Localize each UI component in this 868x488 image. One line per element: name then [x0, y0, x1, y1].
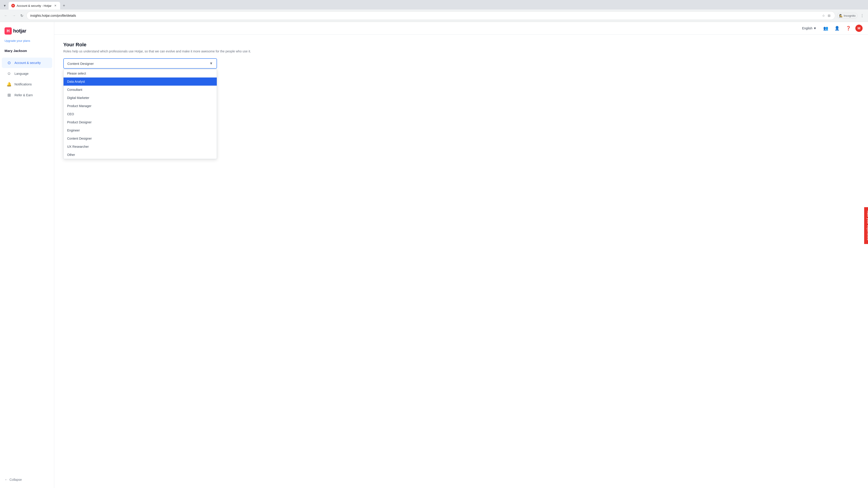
sidebar-item-label-language: Language: [14, 72, 29, 75]
main-area: English ▼ 👥 👤 ❓ M You: [54, 22, 868, 488]
hotjar-wordmark: hotjar: [13, 28, 26, 34]
language-chevron-icon: ▼: [813, 26, 816, 30]
dropdown-item-ceo[interactable]: CEO: [64, 110, 217, 118]
dropdown-item-product-manager[interactable]: Product Manager: [64, 102, 217, 110]
sidebar-nav: ⊙ Account & security ☺ Language 🔔 Notifi…: [0, 57, 54, 473]
dropdown-item-ux-researcher[interactable]: UX Researcher: [64, 142, 217, 151]
sidebar-username: Mary Jackson: [4, 49, 27, 53]
user-profile-button[interactable]: 👤: [833, 24, 841, 33]
user-avatar[interactable]: M: [855, 25, 863, 32]
incognito-icon: 🕵: [839, 14, 843, 18]
browser-menu-button[interactable]: ⋮: [859, 12, 865, 19]
language-selector[interactable]: English ▼: [800, 25, 819, 31]
dropdown-item-content-designer[interactable]: Content Designer: [64, 134, 217, 142]
reload-button[interactable]: ↻: [19, 12, 25, 19]
incognito-label: Incognito: [844, 14, 856, 18]
tab-title: Account & security - Hotjar: [17, 4, 52, 7]
app-container: H hotjar Upgrade your plans Mary Jackson…: [0, 22, 868, 488]
role-section-title: Your Role: [63, 42, 859, 48]
tab-favicon: H: [11, 4, 15, 7]
dropdown-item-engineer[interactable]: Engineer: [64, 126, 217, 134]
role-section-description: Roles help us understand which professio…: [63, 49, 859, 54]
role-select-value: Content Designer: [67, 62, 94, 66]
new-tab-button[interactable]: +: [61, 2, 67, 9]
hotjar-icon: H: [4, 27, 12, 35]
sidebar-item-language[interactable]: ☺ Language: [2, 68, 52, 78]
collapse-label: Collapse: [9, 478, 22, 482]
hotjar-logo: H hotjar: [4, 27, 26, 35]
tab-switcher[interactable]: ▼: [2, 3, 8, 8]
dropdown-item-consultant[interactable]: Consultant: [64, 86, 217, 94]
sidebar-item-account-security[interactable]: ⊙ Account & security: [2, 58, 52, 68]
dropdown-item-product-designer[interactable]: Product Designer: [64, 118, 217, 126]
dropdown-item-data-analyst[interactable]: Data Analyst: [64, 77, 217, 86]
help-icon: ❓: [846, 26, 851, 31]
incognito-button[interactable]: 🕵 Incognito: [837, 13, 858, 19]
notifications-icon: 🔔: [6, 82, 12, 87]
split-screen-button[interactable]: ⊟: [827, 13, 831, 18]
sidebar-user: Mary Jackson: [0, 46, 54, 57]
sidebar-item-label-account-security: Account & security: [14, 61, 41, 65]
help-button[interactable]: ❓: [844, 24, 852, 33]
topbar: English ▼ 👥 👤 ❓ M: [54, 22, 868, 35]
browser-chrome: ▼ H Account & security - Hotjar ✕ + ← → …: [0, 0, 868, 22]
topbar-actions: English ▼ 👥 👤 ❓ M: [800, 24, 863, 33]
url-actions: ☆ ⊟: [821, 13, 831, 18]
collapse-icon: ←: [4, 478, 8, 482]
bookmark-button[interactable]: ☆: [821, 13, 826, 18]
url-bar[interactable]: insights.hotjar.com/profile/details ☆ ⊟: [26, 11, 835, 20]
forward-button[interactable]: →: [11, 12, 17, 19]
address-bar: ← → ↻ insights.hotjar.com/profile/detail…: [0, 9, 868, 22]
sidebar-logo: H hotjar: [0, 26, 54, 39]
sidebar-bottom: ← Collapse: [0, 473, 54, 486]
sidebar-item-label-refer-earn: Refer & Earn: [14, 93, 33, 97]
dropdown-item-digital-marketer[interactable]: Digital Marketer: [64, 94, 217, 102]
browser-actions: 🕵 Incognito ⋮: [837, 12, 865, 19]
new-users-icon: 👥: [823, 26, 828, 31]
dropdown-item-please-select[interactable]: Please select: [64, 69, 217, 77]
sidebar: H hotjar Upgrade your plans Mary Jackson…: [0, 22, 54, 488]
role-select[interactable]: Content Designer ▼: [63, 58, 217, 69]
select-chevron-icon: ▼: [209, 61, 213, 66]
language-icon: ☺: [6, 71, 12, 76]
refer-earn-icon: ⊞: [6, 93, 12, 98]
new-users-button[interactable]: 👥: [822, 24, 830, 33]
url-text: insights.hotjar.com/profile/details: [30, 14, 819, 18]
dropdown-item-other[interactable]: Other: [64, 151, 217, 159]
collapse-button[interactable]: ← Collapse: [2, 476, 52, 484]
tab-bar: ▼ H Account & security - Hotjar ✕ +: [0, 0, 868, 9]
role-select-container: Content Designer ▼ Please select Data An…: [63, 58, 217, 69]
back-button[interactable]: ←: [3, 12, 9, 19]
rate-experience-button[interactable]: Rate your experience: [864, 207, 868, 244]
sidebar-item-label-notifications: Notifications: [14, 83, 32, 86]
sidebar-item-notifications[interactable]: 🔔 Notifications: [2, 79, 52, 90]
role-section: Your Role Roles help us understand which…: [63, 42, 859, 69]
account-security-icon: ⊙: [6, 60, 12, 65]
user-profile-icon: 👤: [835, 26, 839, 31]
language-label: English: [802, 26, 812, 30]
active-tab: H Account & security - Hotjar ✕: [8, 2, 60, 9]
sidebar-item-refer-earn[interactable]: ⊞ Refer & Earn: [2, 90, 52, 100]
role-dropdown-menu: Please select Data Analyst Consultant Di…: [63, 69, 217, 159]
upgrade-link[interactable]: Upgrade your plans: [0, 39, 54, 46]
tab-close-button[interactable]: ✕: [53, 4, 57, 8]
main-content: Your Role Roles help us understand which…: [54, 35, 868, 488]
